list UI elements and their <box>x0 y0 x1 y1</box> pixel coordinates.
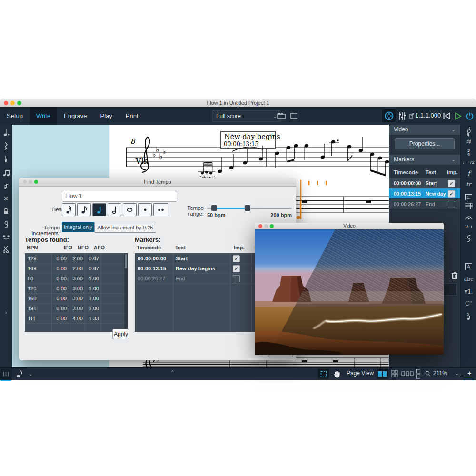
zoom-window-button[interactable] <box>17 101 21 105</box>
imp-checkbox[interactable] <box>233 275 240 282</box>
grace-note-icon[interactable] <box>0 182 12 192</box>
video-section-header[interactable]: Video ⌄ <box>389 125 460 135</box>
imp-checkbox[interactable]: ✓ <box>448 190 455 198</box>
note-duration-chevron[interactable]: ⌄ <box>29 371 32 377</box>
insert-mode-icon[interactable] <box>0 220 12 230</box>
video-properties-button[interactable]: Properties... <box>395 138 455 149</box>
expand-left-panel-chevron[interactable]: › <box>0 309 12 316</box>
tab-print[interactable]: Print <box>119 107 145 125</box>
zoom-level-select[interactable]: 211% ⌄ <box>433 370 459 377</box>
marker-row[interactable]: 00:00:26:27 End <box>389 199 460 209</box>
video-titlebar[interactable]: Video <box>255 223 444 230</box>
tab-play[interactable]: Play <box>94 107 119 125</box>
bars-barlines-icon[interactable] <box>461 203 476 211</box>
activate-project-button[interactable] <box>464 111 475 121</box>
beat-unit-half[interactable] <box>108 203 121 216</box>
imp-checkbox[interactable] <box>448 201 455 208</box>
figured-bass-icon[interactable]: v1. <box>461 288 476 295</box>
close-window-button[interactable] <box>4 101 8 105</box>
tie-icon[interactable] <box>0 233 12 243</box>
zoom-in-button[interactable]: + <box>467 369 472 377</box>
go-to-bar-icon[interactable] <box>408 112 415 119</box>
rewind-to-start-button[interactable] <box>441 111 452 121</box>
dynamics-icon[interactable]: f <box>461 169 476 178</box>
apply-button[interactable]: Apply <box>112 329 129 339</box>
tempos-table[interactable]: 129 0.00 2.00 0.67 169 0.00 2.00 0.67 80… <box>25 253 128 332</box>
zoom-dialog-button[interactable] <box>34 180 38 184</box>
rest-icon[interactable] <box>0 142 12 152</box>
close-video-button[interactable] <box>258 224 262 228</box>
bpm-cell[interactable]: 120 <box>28 286 36 291</box>
slider-handle-min[interactable] <box>211 205 217 211</box>
pages-grid-button[interactable] <box>391 370 398 378</box>
panel-toggle-button[interactable] <box>0 368 12 380</box>
minimize-video-button[interactable] <box>264 224 268 228</box>
beat-unit-eighth[interactable] <box>77 203 91 216</box>
page-spread-button[interactable] <box>377 369 388 379</box>
fingering-icon[interactable]: 5 <box>461 312 476 323</box>
fullscreen-frame-icon[interactable] <box>289 111 298 120</box>
glissando-icon[interactable] <box>461 235 476 244</box>
bpm-cell[interactable]: 160 <box>28 296 36 301</box>
collapse-toolbar-caret[interactable]: ^ <box>234 106 242 110</box>
pages-vertical-button[interactable] <box>416 369 421 380</box>
marker-timecode[interactable]: 00:00:13:15 <box>138 266 166 271</box>
imp-checkbox[interactable]: ✓ <box>448 180 455 187</box>
minimize-window-button[interactable] <box>10 101 15 105</box>
whole-rest[interactable] <box>302 201 307 203</box>
scissors-icon[interactable] <box>0 246 12 255</box>
lock-durations-icon[interactable] <box>0 208 12 217</box>
collapse-bottom-caret[interactable]: ^ <box>171 370 174 375</box>
play-button[interactable] <box>452 111 464 121</box>
minimize-dialog-button[interactable] <box>29 180 32 184</box>
time-signatures-icon[interactable]: 34 <box>461 149 476 156</box>
holds-pauses-icon[interactable] <box>461 214 476 222</box>
hand-tool-button[interactable] <box>332 369 342 379</box>
beat-unit-double-dot[interactable] <box>153 203 168 216</box>
close-dialog-button[interactable] <box>23 180 27 184</box>
beat-unit-quarter-selected[interactable] <box>92 203 106 216</box>
playing-techniques-icon[interactable]: V⊔ <box>461 224 476 229</box>
lyrics-icon[interactable]: abc <box>461 276 476 282</box>
layout-select[interactable]: Full score ⌄ <box>212 110 281 122</box>
marker-text[interactable]: Start <box>176 256 188 261</box>
x-notehead-icon[interactable]: ✕ <box>0 195 12 202</box>
marker-timecode[interactable]: 00:00:00:00 <box>138 256 166 261</box>
markers-section-header[interactable]: Markers ⌄ <box>389 155 460 165</box>
pages-horizontal-button[interactable] <box>401 371 414 377</box>
dialog-titlebar[interactable]: Find Tempo <box>19 178 296 187</box>
zoom-video-button[interactable] <box>270 224 274 228</box>
video-window[interactable]: Video <box>255 223 444 355</box>
tab-engrave[interactable]: Engrave <box>57 107 93 125</box>
text-frames-icon[interactable]: A <box>461 262 476 270</box>
video-toggle-button[interactable] <box>382 109 396 122</box>
delete-marker-button[interactable] <box>451 271 458 281</box>
beat-unit-sixteenth[interactable] <box>62 203 76 216</box>
key-signatures-icon[interactable]: ♯♯ <box>461 139 476 144</box>
tempo-range-slider[interactable]: 50 bpm 200 bpm <box>207 203 292 218</box>
bpm-cell[interactable]: 129 <box>28 256 36 261</box>
note-duration-dot-icon[interactable] <box>0 129 12 139</box>
scrollbar-thumb[interactable] <box>125 254 127 268</box>
marker-timecode[interactable]: 00:00:26:27 <box>138 276 165 281</box>
clefs-icon[interactable] <box>461 127 476 139</box>
tuplet-icon[interactable] <box>0 169 12 179</box>
tabs-view-icon[interactable] <box>276 111 287 120</box>
imp-checkbox[interactable]: ✓ <box>233 255 240 262</box>
marquee-tool-button[interactable] <box>318 369 329 379</box>
accidental-icon[interactable] <box>0 155 12 166</box>
notes-phrase-1[interactable] <box>218 146 263 173</box>
slider-handle-max[interactable] <box>245 205 250 211</box>
marker-text[interactable]: End <box>176 276 185 281</box>
beat-unit-dot[interactable] <box>138 203 152 216</box>
zoom-out-button[interactable]: – <box>458 369 462 377</box>
bpm-cell[interactable]: 111 <box>28 316 36 321</box>
marker-row-selected[interactable]: 00:00:13:15 New day … ✓ <box>389 188 460 198</box>
grace-notes[interactable]: ♮ <box>198 162 215 179</box>
notes-phrase-3[interactable] <box>329 137 389 176</box>
whole-rest[interactable] <box>366 201 371 203</box>
flow-input[interactable]: Flow 1 <box>62 191 177 202</box>
tab-setup[interactable]: Setup <box>0 107 30 125</box>
chord-symbols-icon[interactable]: C7 <box>461 300 476 307</box>
mixer-button[interactable] <box>397 109 408 122</box>
